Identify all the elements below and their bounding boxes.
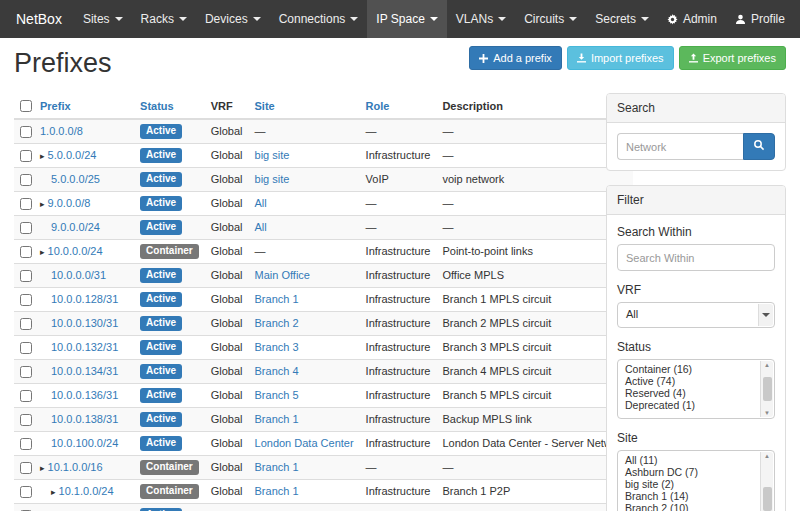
export-prefixes-button[interactable]: Export prefixes: [679, 46, 786, 70]
site-link[interactable]: Branch 4: [255, 365, 299, 377]
navbar-brand[interactable]: NetBox: [8, 0, 74, 38]
row-checkbox[interactable]: [20, 246, 32, 258]
site-link[interactable]: Branch 1: [255, 413, 299, 425]
nav-item-racks[interactable]: Racks: [132, 0, 196, 38]
prefix-link[interactable]: 5.0.0.0/25: [51, 173, 100, 185]
add-prefix-button[interactable]: Add a prefix: [469, 46, 562, 70]
select-all-checkbox[interactable]: [20, 100, 32, 112]
import-prefixes-button[interactable]: Import prefixes: [567, 46, 674, 70]
site-link[interactable]: Branch 1: [255, 293, 299, 305]
row-checkbox[interactable]: [20, 198, 32, 210]
prefix-link[interactable]: 10.1.0.0/24: [59, 485, 114, 497]
site-link[interactable]: big site: [255, 173, 290, 185]
site-link[interactable]: All: [255, 221, 267, 233]
site-link[interactable]: All: [255, 197, 267, 209]
option-all-11[interactable]: All (11): [618, 454, 760, 466]
nav-item-sites[interactable]: Sites: [74, 0, 132, 38]
prefix-link[interactable]: 10.0.0.138/31: [51, 413, 118, 425]
row-checkbox[interactable]: [20, 486, 32, 498]
site-link[interactable]: Branch 5: [255, 389, 299, 401]
site-cell: All: [249, 216, 360, 240]
row-checkbox[interactable]: [20, 150, 32, 162]
row-checkbox[interactable]: [20, 366, 32, 378]
row-checkbox[interactable]: [20, 222, 32, 234]
option-branch-2-10[interactable]: Branch 2 (10): [618, 502, 760, 511]
row-checkbox[interactable]: [20, 390, 32, 402]
nav-item-circuits[interactable]: Circuits: [515, 0, 586, 38]
prefix-link[interactable]: 10.0.0.128/31: [51, 293, 118, 305]
navbar-right-menu: AdminProfileLog out: [658, 0, 800, 38]
scroll-down-icon[interactable]: ▼: [764, 410, 770, 416]
prefix-link[interactable]: 10.1.0.0/16: [48, 461, 103, 473]
site-link[interactable]: Main Office: [255, 269, 310, 281]
scrollbar[interactable]: ▲▼: [760, 361, 773, 417]
nav-item-ip-space[interactable]: IP Space: [367, 0, 446, 38]
scrollbar-thumb[interactable]: [763, 377, 772, 401]
nav-item-vlans[interactable]: VLANs: [447, 0, 515, 38]
status-multiselect[interactable]: Container (16)Active (74)Reserved (4)Dep…: [617, 359, 775, 419]
role-value: Infrastructure: [360, 384, 437, 408]
site-multiselect[interactable]: All (11)Ashburn DC (7)big site (2)Branch…: [617, 450, 775, 511]
site-link[interactable]: Branch 1: [255, 485, 299, 497]
nav-item-profile[interactable]: Profile: [726, 0, 794, 38]
filter-panel: Filter Search WithinVRFAllStatusContaine…: [606, 185, 786, 511]
caret-down-icon: [179, 17, 187, 21]
site-link[interactable]: Branch 3: [255, 341, 299, 353]
prefix-link[interactable]: 10.0.0.134/31: [51, 365, 118, 377]
vrf-select[interactable]: All: [617, 302, 775, 328]
scrollbar-thumb[interactable]: [763, 487, 772, 511]
column-header-prefix[interactable]: Prefix: [34, 93, 134, 119]
scroll-up-icon[interactable]: ▲: [764, 453, 770, 459]
vrf-value: Global: [205, 408, 249, 432]
option-deprecated-1[interactable]: Deprecated (1): [618, 399, 760, 411]
prefix-link[interactable]: 5.0.0.0/24: [48, 149, 97, 161]
row-checkbox[interactable]: [20, 438, 32, 450]
page-header: Prefixes Add a prefix Import prefixes Ex…: [14, 44, 786, 93]
row-checkbox[interactable]: [20, 174, 32, 186]
row-checkbox[interactable]: [20, 126, 32, 138]
site-link[interactable]: Branch 2: [255, 317, 299, 329]
column-header-site[interactable]: Site: [249, 93, 360, 119]
navbar: NetBox SitesRacksDevicesConnectionsIP Sp…: [0, 0, 800, 38]
row-checkbox[interactable]: [20, 462, 32, 474]
row-checkbox[interactable]: [20, 342, 32, 354]
nav-item-secrets[interactable]: Secrets: [586, 0, 658, 38]
option-reserved-4[interactable]: Reserved (4): [618, 387, 760, 399]
option-container-16[interactable]: Container (16): [618, 363, 760, 375]
nav-item-connections[interactable]: Connections: [270, 0, 368, 38]
status-badge: Active: [140, 316, 182, 331]
prefix-link[interactable]: 9.0.0.0/24: [51, 221, 100, 233]
option-big-site-2[interactable]: big site (2): [618, 478, 760, 490]
option-active-74[interactable]: Active (74): [618, 375, 760, 387]
prefix-link[interactable]: 10.0.0.130/31: [51, 317, 118, 329]
row-checkbox[interactable]: [20, 270, 32, 282]
nav-item-devices[interactable]: Devices: [196, 0, 270, 38]
scroll-up-icon[interactable]: ▲: [764, 362, 770, 368]
search-input[interactable]: [617, 133, 743, 160]
vrf-value: Global: [205, 168, 249, 192]
site-link[interactable]: London Data Center: [255, 437, 354, 449]
prefix-link[interactable]: 10.0.0.0/24: [48, 245, 103, 257]
prefix-link[interactable]: 10.0.0.0/31: [51, 269, 106, 281]
site-link[interactable]: big site: [255, 149, 290, 161]
column-header-status[interactable]: Status: [134, 93, 205, 119]
option-ashburn-dc-7[interactable]: Ashburn DC (7): [618, 466, 760, 478]
status-badge: Active: [140, 124, 182, 139]
row-checkbox[interactable]: [20, 414, 32, 426]
prefix-link[interactable]: 1.0.0.0/8: [40, 125, 83, 137]
nav-item-log-out[interactable]: Log out: [794, 0, 800, 38]
column-header-role[interactable]: Role: [360, 93, 437, 119]
row-checkbox[interactable]: [20, 318, 32, 330]
search-within-input[interactable]: [617, 244, 775, 271]
prefix-link[interactable]: 9.0.0.0/8: [48, 197, 91, 209]
prefix-link[interactable]: 10.0.0.132/31: [51, 341, 118, 353]
row-checkbox[interactable]: [20, 294, 32, 306]
option-branch-1-14[interactable]: Branch 1 (14): [618, 490, 760, 502]
site-link[interactable]: Branch 1: [255, 461, 299, 473]
vrf-value: Global: [205, 312, 249, 336]
scrollbar[interactable]: ▲▼: [760, 452, 773, 511]
prefix-link[interactable]: 10.0.0.136/31: [51, 389, 118, 401]
prefix-link[interactable]: 10.0.100.0/24: [51, 437, 118, 449]
search-button[interactable]: [743, 133, 775, 160]
nav-item-admin[interactable]: Admin: [658, 0, 726, 38]
